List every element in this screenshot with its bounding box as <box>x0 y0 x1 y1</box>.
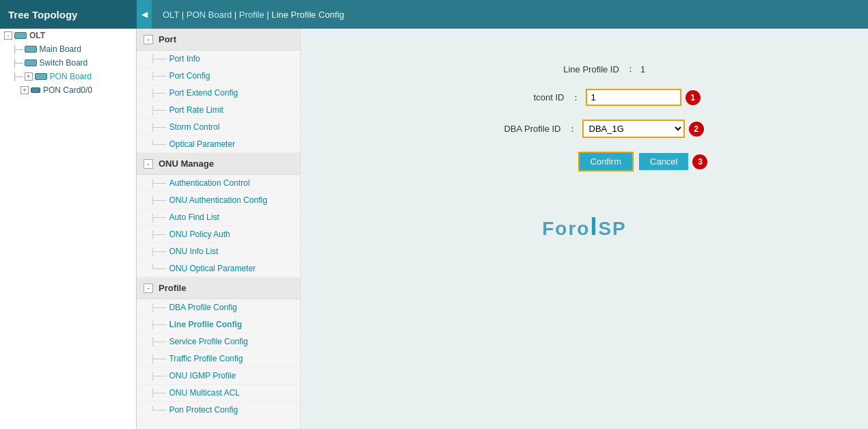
onu-auth-config-label: ONU Authentication Config <box>169 195 267 205</box>
nav-item-port-info[interactable]: ├── Port Info <box>137 51 300 68</box>
tcont-id-row: tcont ID ： 1 <box>342 89 827 106</box>
nav-item-port-extend-config[interactable]: ├── Port Extend Config <box>137 85 300 102</box>
dba-profile-id-row: DBA Profile ID ： DBA_1G DBA_100M DBA_10M… <box>342 120 827 138</box>
switch-board-icon <box>25 59 37 66</box>
pon-card-expand-icon[interactable]: + <box>21 86 29 94</box>
dba-profile-config-label: DBA Profile Config <box>169 303 236 312</box>
nav-section-port[interactable]: - Port <box>137 29 300 51</box>
nav-item-authentication-control[interactable]: ├── Authentication Control <box>137 175 300 192</box>
tcont-id-label: tcont ID <box>469 92 565 102</box>
sidebar-tree: - OLT ├─ Main Board ├─ Switch Board ├─ +… <box>0 29 137 429</box>
line-profile-id-value: 1 <box>640 64 645 74</box>
collapse-icon: ◀ <box>141 10 148 19</box>
connector-main-board: ├─ <box>12 45 23 53</box>
nav-item-service-profile-config[interactable]: ├── Service Profile Config <box>137 333 300 350</box>
app-title: Tree Topology <box>0 0 137 29</box>
nav-section-profile[interactable]: - Profile <box>137 277 300 299</box>
breadcrumb-line-profile-config: Line Profile Config <box>271 10 344 20</box>
watermark: ForoISP <box>342 212 827 241</box>
nav-item-storm-control[interactable]: ├── Storm Control <box>137 119 300 136</box>
traffic-profile-config-label: Traffic Profile Config <box>169 354 243 363</box>
dba-profile-id-label: DBA Profile ID <box>465 124 561 134</box>
onu-info-list-label: ONU Info List <box>169 247 218 256</box>
step3-badge: 3 <box>692 154 707 169</box>
nav-item-port-rate-limit[interactable]: ├── Port Rate Limit <box>137 102 300 119</box>
breadcrumb-sep2: | <box>234 10 239 20</box>
pon-protect-config-label: Pon Protect Config <box>169 405 238 415</box>
cancel-button[interactable]: Cancel <box>639 153 688 170</box>
sidebar-item-pon-board[interactable]: ├─ + PON Board <box>0 70 136 83</box>
sidebar-item-pon-card[interactable]: + PON Card0/0 <box>0 83 136 97</box>
nav-item-onu-auth-config[interactable]: ├── ONU Authentication Config <box>137 192 300 209</box>
breadcrumb-olt[interactable]: OLT <box>163 10 179 20</box>
optical-parameter-label: Optical Parameter <box>169 139 235 149</box>
pon-board-icon <box>35 73 47 80</box>
nav-item-onu-info-list[interactable]: ├── ONU Info List <box>137 243 300 260</box>
port-extend-config-label: Port Extend Config <box>169 88 238 98</box>
sidebar-item-olt[interactable]: - OLT <box>0 29 136 42</box>
nav-item-onu-policy-auth[interactable]: ├── ONU Policy Auth <box>137 226 300 243</box>
main-board-icon <box>25 46 37 53</box>
nav-item-onu-optical-parameter[interactable]: └── ONU Optical Parameter <box>137 260 300 277</box>
nav-item-optical-parameter[interactable]: └── Optical Parameter <box>137 136 300 153</box>
line-profile-id-label: Line Profile ID <box>524 64 619 74</box>
breadcrumb-pon-board[interactable]: PON Board <box>187 10 232 20</box>
watermark-text-before: Foro <box>542 218 590 239</box>
nav-item-pon-protect-config[interactable]: └── Pon Protect Config <box>137 402 300 419</box>
nav-item-line-profile-config[interactable]: ├── Line Profile Config <box>137 316 300 333</box>
main-layout: - OLT ├─ Main Board ├─ Switch Board ├─ +… <box>0 29 868 429</box>
pon-board-label: PON Board <box>50 72 92 81</box>
tree-topology-title: Tree Topology <box>8 9 77 20</box>
onu-manage-toggle-icon[interactable]: - <box>144 159 153 169</box>
form-buttons-row: ： Confirm Cancel 3 <box>342 152 827 171</box>
onu-manage-items: ├── Authentication Control ├── ONU Authe… <box>137 175 300 277</box>
auto-find-list-label: Auto Find List <box>169 212 219 222</box>
profile-toggle-icon[interactable]: - <box>144 283 153 293</box>
step1-badge: 1 <box>686 90 701 105</box>
nav-item-traffic-profile-config[interactable]: ├── Traffic Profile Config <box>137 350 300 368</box>
nav-section-onu-manage[interactable]: - ONU Manage <box>137 153 300 175</box>
middle-nav: - Port ├── Port Info ├── Port Config ├──… <box>137 29 301 429</box>
switch-board-label: Switch Board <box>40 58 88 68</box>
nav-item-dba-profile-config[interactable]: ├── DBA Profile Config <box>137 299 300 316</box>
pon-board-expand-icon[interactable]: + <box>25 72 33 81</box>
pon-card-icon <box>31 87 40 93</box>
authentication-control-label: Authentication Control <box>169 178 249 188</box>
sidebar-item-main-board[interactable]: ├─ Main Board <box>0 42 136 56</box>
sidebar-item-switch-board[interactable]: ├─ Switch Board <box>0 56 136 70</box>
confirm-button[interactable]: Confirm <box>578 152 634 171</box>
nav-item-onu-multicast-acl[interactable]: ├── ONU Multicast ACL <box>137 385 300 402</box>
connector-pon-board: ├─ <box>12 72 23 81</box>
watermark-text-after: SP <box>598 218 626 239</box>
line-profile-config-form: Line Profile ID ： 1 tcont ID ： 1 DBA Pro… <box>314 42 854 262</box>
onu-manage-section-label: ONU Manage <box>159 158 214 169</box>
olt-label: OLT <box>29 31 45 40</box>
breadcrumb-profile[interactable]: Profile <box>239 10 265 20</box>
main-board-label: Main Board <box>40 44 81 54</box>
app-header: Tree Topology ◀ OLT | PON Board | Profil… <box>0 0 868 29</box>
collapse-sidebar-button[interactable]: ◀ <box>137 0 152 29</box>
port-toggle-icon[interactable]: - <box>144 35 153 44</box>
onu-igmp-profile-label: ONU IGMP Profile <box>169 371 236 380</box>
dba-profile-id-select[interactable]: DBA_1G DBA_100M DBA_10M DBA_512K <box>582 120 685 138</box>
pon-card-label: PON Card0/0 <box>43 85 92 95</box>
port-info-label: Port Info <box>169 54 200 64</box>
olt-icon <box>14 32 27 39</box>
onu-optical-parameter-label: ONU Optical Parameter <box>169 264 256 273</box>
nav-item-onu-igmp-profile[interactable]: ├── ONU IGMP Profile <box>137 368 300 385</box>
port-items: ├── Port Info ├── Port Config ├── Port E… <box>137 51 300 153</box>
nav-item-port-config[interactable]: ├── Port Config <box>137 68 300 85</box>
service-profile-config-label: Service Profile Config <box>169 337 247 346</box>
nav-item-auto-find-list[interactable]: ├── Auto Find List <box>137 209 300 226</box>
olt-expand-icon[interactable]: - <box>4 31 12 40</box>
onu-multicast-acl-label: ONU Multicast ACL <box>169 388 239 398</box>
line-profile-id-row: Line Profile ID ： 1 <box>342 63 827 75</box>
profile-section-label: Profile <box>159 283 186 293</box>
connector-switch-board: ├─ <box>12 59 23 67</box>
port-config-label: Port Config <box>169 71 210 81</box>
storm-control-label: Storm Control <box>169 122 219 132</box>
tcont-id-input[interactable] <box>586 89 681 106</box>
step2-badge: 2 <box>689 122 704 137</box>
main-content-area: Line Profile ID ： 1 tcont ID ： 1 DBA Pro… <box>301 29 868 429</box>
onu-policy-auth-label: ONU Policy Auth <box>169 230 230 239</box>
